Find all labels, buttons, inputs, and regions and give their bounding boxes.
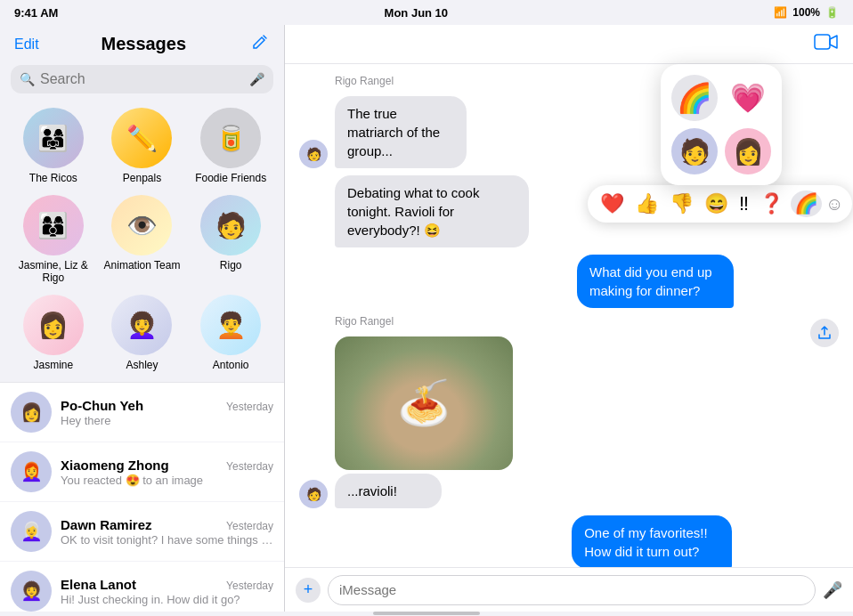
conversation-list: 👩 Po-Chun Yeh Yesterday Hey there 👩‍🦰 Xi… <box>0 382 284 612</box>
pinned-contact-ashley[interactable]: 👩‍🦱 Ashley <box>100 291 185 375</box>
pinned-label-jasmine2: Jasmine <box>33 359 73 371</box>
battery-level: 100% <box>792 6 820 19</box>
msg-bubble-m5: One of my favorites!! How did it turn ou… <box>572 515 732 567</box>
emoji-reaction-btn-5[interactable]: ❓ <box>756 190 787 217</box>
conversation-elena[interactable]: 👩‍🦱 Elena Lanot Yesterday Hi! Just check… <box>0 562 284 612</box>
conv-time-dawn: Yesterday <box>226 520 273 532</box>
search-input[interactable] <box>40 71 244 87</box>
share-button[interactable] <box>810 319 839 347</box>
chat-header <box>285 25 853 64</box>
pinned-contacts-grid: 👨‍👩‍👧 The Ricos ✏️ Penpals 🥫 Foodie Frie… <box>0 101 284 382</box>
compose-button[interactable] <box>248 32 270 56</box>
sidebar-header: Edit Messages <box>0 25 284 60</box>
pinned-label-ashley: Ashley <box>126 359 158 371</box>
pinned-avatar-rigo: 🧑 <box>200 195 261 255</box>
pinned-avatar-jasmine2: 👩 <box>23 295 84 355</box>
msg-avatar-m4: 🧑 <box>299 480 328 508</box>
msg-sender-m4: Rigo Rangel <box>335 315 839 328</box>
main-layout: Edit Messages 🔍 🎤 👨‍👩‍👧 The Ricos ✏️ Pen… <box>0 25 853 612</box>
sidebar-title: Messages <box>39 34 248 54</box>
emoji-reaction-btn-4[interactable]: ‼️ <box>735 190 752 217</box>
video-call-button[interactable] <box>814 32 839 56</box>
conv-header-dawn: Dawn Ramirez Yesterday <box>61 517 273 532</box>
conv-header-xiaomeng: Xiaomeng Zhong Yesterday <box>61 458 273 473</box>
pinned-label-ricos: The Ricos <box>29 172 77 184</box>
input-mic-icon[interactable]: 🎤 <box>823 580 842 600</box>
conversation-dawn[interactable]: 👩‍🦳 Dawn Ramirez Yesterday OK to visit t… <box>0 502 284 562</box>
message-row-m5: One of my favorites!! How did it turn ou… <box>299 515 839 567</box>
sidebar: Edit Messages 🔍 🎤 👨‍👩‍👧 The Ricos ✏️ Pen… <box>0 25 285 612</box>
pinned-label-penpals: Penpals <box>123 172 161 184</box>
pinned-avatar-antonio: 🧑‍🦱 <box>200 295 261 355</box>
pinned-contact-animation[interactable]: 👁️ Animation Team <box>100 191 185 288</box>
pinned-label-animation: Animation Team <box>104 259 181 272</box>
pinned-contact-ricos[interactable]: 👨‍👩‍👧 The Ricos <box>11 104 96 188</box>
emoji-reaction-popup: 🌈 💗 🧑 👩 <box>661 64 782 185</box>
emoji-popup-avatar2[interactable]: 👩 <box>725 128 771 174</box>
msg-bubble-wrapper-m1: The true matriarch of the group... <box>335 96 555 168</box>
pinned-contact-jasmine2[interactable]: 👩 Jasmine <box>11 291 96 375</box>
pinned-contact-antonio[interactable]: 🧑‍🦱 Antonio <box>188 291 273 375</box>
msg-bubble-m3: What did you end up making for dinner? <box>577 255 734 308</box>
msg-bubble-wrapper-m3: What did you end up making for dinner? <box>577 255 839 308</box>
pinned-avatar-animation: 👁️ <box>111 195 172 255</box>
conv-content-elena: Elena Lanot Yesterday Hi! Just checking … <box>61 577 273 606</box>
conversation-xiaomeng[interactable]: 👩‍🦰 Xiaomeng Zhong Yesterday You reacted… <box>0 442 284 502</box>
emoji-popup-rainbow[interactable]: 🌈 <box>671 75 718 121</box>
conv-time-elena: Yesterday <box>226 580 273 592</box>
msg-bubble-wrapper-m4: 🍝❤️👍👎😄‼️❓🌈☺️...ravioli! <box>335 336 513 508</box>
edit-button[interactable]: Edit <box>14 36 39 53</box>
message-input[interactable] <box>328 575 816 605</box>
pinned-label-antonio: Antonio <box>213 359 249 371</box>
emoji-reaction-btn-3[interactable]: 😄 <box>701 190 732 217</box>
battery-icon: 🔋 <box>825 6 839 19</box>
pinned-avatar-ashley: 👩‍🦱 <box>111 295 172 355</box>
emoji-reaction-bar: ❤️👍👎😄‼️❓🌈☺️ <box>588 185 852 223</box>
home-indicator <box>0 612 853 616</box>
conv-avatar-elena: 👩‍🦱 <box>11 571 52 612</box>
emoji-reaction-btn-0[interactable]: ❤️ <box>597 190 628 217</box>
emoji-smiley-btn[interactable]: ☺️ <box>825 194 843 215</box>
pinned-contact-jasmine-liz[interactable]: 👩‍👩‍👦 Jasmine, Liz & Rigo <box>11 191 96 288</box>
status-bar: 9:41 AM Mon Jun 10 📶 100% 🔋 <box>0 0 853 25</box>
mic-icon[interactable]: 🎤 <box>249 72 264 86</box>
input-bar: + 🎤 <box>285 567 853 612</box>
conv-avatar-dawn: 👩‍🦳 <box>11 511 52 552</box>
status-date: Mon Jun 10 <box>385 6 449 20</box>
chat-area: 🌈 💗 🧑 👩 Rigo Rangel🧑The true matriarch o… <box>285 25 853 612</box>
add-attachment-button[interactable]: + <box>296 578 321 603</box>
search-icon: 🔍 <box>20 72 35 86</box>
pinned-label-foodie: Foodie Friends <box>195 172 266 184</box>
pinned-contact-penpals[interactable]: ✏️ Penpals <box>100 104 185 188</box>
conv-time-po-chun: Yesterday <box>226 401 273 413</box>
emoji-popup-avatar1[interactable]: 🧑 <box>671 128 718 174</box>
home-bar <box>373 612 480 615</box>
pinned-contact-foodie[interactable]: 🥫 Foodie Friends <box>188 104 273 188</box>
conv-preview-xiaomeng: You reacted 😍 to an image <box>61 474 273 487</box>
pinned-avatar-foodie: 🥫 <box>200 108 261 168</box>
search-bar[interactable]: 🔍 🎤 <box>11 65 273 93</box>
conv-header-po-chun: Po-Chun Yeh Yesterday <box>61 398 273 413</box>
pinned-avatar-ricos: 👨‍👩‍👧 <box>23 108 84 168</box>
msg-avatar-m1: 🧑 <box>299 140 328 168</box>
food-image: 🍝 <box>335 336 513 470</box>
conv-time-xiaomeng: Yesterday <box>226 460 273 473</box>
emoji-reaction-btn-2[interactable]: 👎 <box>666 190 697 217</box>
emoji-reaction-btn-6[interactable]: 🌈 <box>791 190 822 217</box>
emoji-popup-heart[interactable]: 💗 <box>725 75 771 121</box>
emoji-reaction-btn-1[interactable]: 👍 <box>631 190 662 217</box>
msg-image-m4: 🍝 <box>335 336 513 470</box>
conv-content-xiaomeng: Xiaomeng Zhong Yesterday You reacted 😍 t… <box>61 458 273 487</box>
conv-name-dawn: Dawn Ramirez <box>61 517 152 532</box>
svg-rect-0 <box>815 35 830 49</box>
msg-bubble-m1: The true matriarch of the group... <box>335 96 467 168</box>
conv-content-dawn: Dawn Ramirez Yesterday OK to visit tonig… <box>61 517 273 547</box>
conv-avatar-po-chun: 👩 <box>11 392 52 433</box>
conversation-po-chun[interactable]: 👩 Po-Chun Yeh Yesterday Hey there <box>0 383 284 442</box>
conv-content-po-chun: Po-Chun Yeh Yesterday Hey there <box>61 398 273 427</box>
msg-bubble-m4: ...ravioli! <box>335 474 442 508</box>
conv-name-elena: Elena Lanot <box>61 577 136 592</box>
message-row-m3: What did you end up making for dinner? <box>299 255 839 308</box>
pinned-contact-rigo[interactable]: 🧑 Rigo <box>188 191 273 288</box>
conv-header-elena: Elena Lanot Yesterday <box>61 577 273 592</box>
